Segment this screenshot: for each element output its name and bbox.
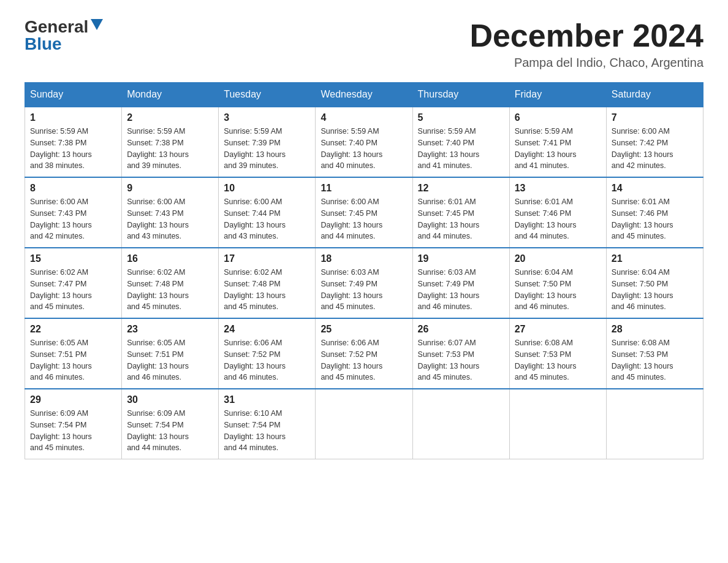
day-info: Sunrise: 6:01 AM Sunset: 7:45 PM Dayligh… bbox=[418, 196, 504, 242]
header-sunday: Sunday bbox=[25, 83, 122, 107]
day-info: Sunrise: 5:59 AM Sunset: 7:40 PM Dayligh… bbox=[418, 126, 504, 172]
calendar-cell: 9 Sunrise: 6:00 AM Sunset: 7:43 PM Dayli… bbox=[122, 177, 219, 248]
calendar-cell: 23 Sunrise: 6:05 AM Sunset: 7:51 PM Dayl… bbox=[122, 318, 219, 389]
calendar-cell: 27 Sunrise: 6:08 AM Sunset: 7:53 PM Dayl… bbox=[509, 318, 606, 389]
day-number: 11 bbox=[320, 183, 407, 194]
calendar-cell bbox=[412, 389, 509, 459]
location-subtitle: Pampa del Indio, Chaco, Argentina bbox=[469, 56, 703, 70]
day-number: 22 bbox=[30, 324, 116, 335]
header-wednesday: Wednesday bbox=[316, 83, 412, 107]
day-number: 10 bbox=[224, 183, 310, 194]
calendar-cell bbox=[316, 389, 412, 459]
day-number: 3 bbox=[224, 112, 310, 123]
calendar-cell: 24 Sunrise: 6:06 AM Sunset: 7:52 PM Dayl… bbox=[219, 318, 316, 389]
day-info: Sunrise: 5:59 AM Sunset: 7:39 PM Dayligh… bbox=[224, 126, 310, 172]
day-info: Sunrise: 6:05 AM Sunset: 7:51 PM Dayligh… bbox=[127, 337, 213, 383]
calendar-cell: 16 Sunrise: 6:02 AM Sunset: 7:48 PM Dayl… bbox=[122, 248, 219, 318]
day-number: 14 bbox=[612, 183, 698, 194]
calendar-cell: 26 Sunrise: 6:07 AM Sunset: 7:53 PM Dayl… bbox=[412, 318, 509, 389]
day-number: 8 bbox=[30, 183, 116, 194]
day-info: Sunrise: 6:04 AM Sunset: 7:50 PM Dayligh… bbox=[612, 267, 698, 313]
calendar-cell: 25 Sunrise: 6:06 AM Sunset: 7:52 PM Dayl… bbox=[316, 318, 412, 389]
calendar-cell: 3 Sunrise: 5:59 AM Sunset: 7:39 PM Dayli… bbox=[219, 107, 316, 177]
logo-blue-text: Blue bbox=[25, 36, 62, 53]
day-info: Sunrise: 6:00 AM Sunset: 7:45 PM Dayligh… bbox=[320, 196, 407, 242]
day-info: Sunrise: 6:06 AM Sunset: 7:52 PM Dayligh… bbox=[224, 337, 310, 383]
day-info: Sunrise: 5:59 AM Sunset: 7:38 PM Dayligh… bbox=[30, 126, 116, 172]
header-tuesday: Tuesday bbox=[219, 83, 316, 107]
calendar-cell: 15 Sunrise: 6:02 AM Sunset: 7:47 PM Dayl… bbox=[25, 248, 122, 318]
day-number: 2 bbox=[127, 112, 213, 123]
day-info: Sunrise: 6:00 AM Sunset: 7:42 PM Dayligh… bbox=[612, 126, 698, 172]
day-info: Sunrise: 6:07 AM Sunset: 7:53 PM Dayligh… bbox=[418, 337, 504, 383]
day-number: 23 bbox=[127, 324, 213, 335]
calendar-cell bbox=[509, 389, 606, 459]
day-number: 25 bbox=[320, 324, 407, 335]
calendar-cell: 21 Sunrise: 6:04 AM Sunset: 7:50 PM Dayl… bbox=[606, 248, 703, 318]
calendar-table: SundayMondayTuesdayWednesdayThursdayFrid… bbox=[25, 82, 703, 459]
day-number: 15 bbox=[30, 253, 116, 264]
day-info: Sunrise: 6:03 AM Sunset: 7:49 PM Dayligh… bbox=[320, 267, 407, 313]
day-info: Sunrise: 6:02 AM Sunset: 7:47 PM Dayligh… bbox=[30, 267, 116, 313]
day-number: 31 bbox=[224, 394, 310, 405]
day-info: Sunrise: 5:59 AM Sunset: 7:41 PM Dayligh… bbox=[515, 126, 601, 172]
day-info: Sunrise: 5:59 AM Sunset: 7:40 PM Dayligh… bbox=[320, 126, 407, 172]
day-number: 13 bbox=[515, 183, 601, 194]
calendar-cell: 1 Sunrise: 5:59 AM Sunset: 7:38 PM Dayli… bbox=[25, 107, 122, 177]
day-number: 7 bbox=[612, 112, 698, 123]
day-info: Sunrise: 6:03 AM Sunset: 7:49 PM Dayligh… bbox=[418, 267, 504, 313]
day-number: 20 bbox=[515, 253, 601, 264]
day-info: Sunrise: 6:08 AM Sunset: 7:53 PM Dayligh… bbox=[515, 337, 601, 383]
calendar-cell: 5 Sunrise: 5:59 AM Sunset: 7:40 PM Dayli… bbox=[412, 107, 509, 177]
calendar-cell: 14 Sunrise: 6:01 AM Sunset: 7:46 PM Dayl… bbox=[606, 177, 703, 248]
day-info: Sunrise: 6:09 AM Sunset: 7:54 PM Dayligh… bbox=[30, 408, 116, 454]
day-info: Sunrise: 6:00 AM Sunset: 7:43 PM Dayligh… bbox=[127, 196, 213, 242]
day-info: Sunrise: 6:00 AM Sunset: 7:44 PM Dayligh… bbox=[224, 196, 310, 242]
day-info: Sunrise: 6:05 AM Sunset: 7:51 PM Dayligh… bbox=[30, 337, 116, 383]
calendar-cell: 4 Sunrise: 5:59 AM Sunset: 7:40 PM Dayli… bbox=[316, 107, 412, 177]
calendar-cell: 13 Sunrise: 6:01 AM Sunset: 7:46 PM Dayl… bbox=[509, 177, 606, 248]
day-info: Sunrise: 6:04 AM Sunset: 7:50 PM Dayligh… bbox=[515, 267, 601, 313]
logo-triangle-icon bbox=[91, 19, 103, 30]
header-saturday: Saturday bbox=[606, 83, 703, 107]
calendar-week-row: 29 Sunrise: 6:09 AM Sunset: 7:54 PM Dayl… bbox=[25, 389, 703, 459]
day-info: Sunrise: 6:06 AM Sunset: 7:52 PM Dayligh… bbox=[320, 337, 407, 383]
day-info: Sunrise: 6:00 AM Sunset: 7:43 PM Dayligh… bbox=[30, 196, 116, 242]
calendar-cell: 8 Sunrise: 6:00 AM Sunset: 7:43 PM Dayli… bbox=[25, 177, 122, 248]
day-number: 6 bbox=[515, 112, 601, 123]
calendar-cell: 30 Sunrise: 6:09 AM Sunset: 7:54 PM Dayl… bbox=[122, 389, 219, 459]
day-number: 19 bbox=[418, 253, 504, 264]
calendar-cell: 20 Sunrise: 6:04 AM Sunset: 7:50 PM Dayl… bbox=[509, 248, 606, 318]
calendar-cell: 18 Sunrise: 6:03 AM Sunset: 7:49 PM Dayl… bbox=[316, 248, 412, 318]
day-number: 9 bbox=[127, 183, 213, 194]
day-info: Sunrise: 6:10 AM Sunset: 7:54 PM Dayligh… bbox=[224, 408, 310, 454]
day-number: 5 bbox=[418, 112, 504, 123]
calendar-cell: 11 Sunrise: 6:00 AM Sunset: 7:45 PM Dayl… bbox=[316, 177, 412, 248]
calendar-cell bbox=[606, 389, 703, 459]
calendar-cell: 19 Sunrise: 6:03 AM Sunset: 7:49 PM Dayl… bbox=[412, 248, 509, 318]
day-number: 17 bbox=[224, 253, 310, 264]
calendar-week-row: 15 Sunrise: 6:02 AM Sunset: 7:47 PM Dayl… bbox=[25, 248, 703, 318]
calendar-cell: 2 Sunrise: 5:59 AM Sunset: 7:38 PM Dayli… bbox=[122, 107, 219, 177]
day-number: 29 bbox=[30, 394, 116, 405]
calendar-header-row: SundayMondayTuesdayWednesdayThursdayFrid… bbox=[25, 83, 703, 107]
calendar-cell: 31 Sunrise: 6:10 AM Sunset: 7:54 PM Dayl… bbox=[219, 389, 316, 459]
day-number: 27 bbox=[515, 324, 601, 335]
calendar-cell: 6 Sunrise: 5:59 AM Sunset: 7:41 PM Dayli… bbox=[509, 107, 606, 177]
day-number: 18 bbox=[320, 253, 407, 264]
day-info: Sunrise: 6:01 AM Sunset: 7:46 PM Dayligh… bbox=[515, 196, 601, 242]
calendar-cell: 10 Sunrise: 6:00 AM Sunset: 7:44 PM Dayl… bbox=[219, 177, 316, 248]
day-info: Sunrise: 5:59 AM Sunset: 7:38 PM Dayligh… bbox=[127, 126, 213, 172]
header-monday: Monday bbox=[122, 83, 219, 107]
day-number: 24 bbox=[224, 324, 310, 335]
day-number: 12 bbox=[418, 183, 504, 194]
day-number: 16 bbox=[127, 253, 213, 264]
calendar-week-row: 8 Sunrise: 6:00 AM Sunset: 7:43 PM Dayli… bbox=[25, 177, 703, 248]
calendar-cell: 22 Sunrise: 6:05 AM Sunset: 7:51 PM Dayl… bbox=[25, 318, 122, 389]
calendar-week-row: 22 Sunrise: 6:05 AM Sunset: 7:51 PM Dayl… bbox=[25, 318, 703, 389]
day-number: 4 bbox=[320, 112, 407, 123]
calendar-cell: 17 Sunrise: 6:02 AM Sunset: 7:48 PM Dayl… bbox=[219, 248, 316, 318]
day-info: Sunrise: 6:01 AM Sunset: 7:46 PM Dayligh… bbox=[612, 196, 698, 242]
header-thursday: Thursday bbox=[412, 83, 509, 107]
day-info: Sunrise: 6:08 AM Sunset: 7:53 PM Dayligh… bbox=[612, 337, 698, 383]
